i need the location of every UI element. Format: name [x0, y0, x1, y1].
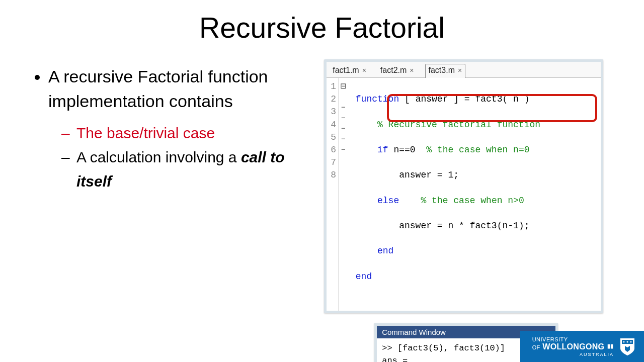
fold-marker — [340, 91, 347, 102]
line-num: 4 — [331, 119, 336, 131]
cmd-line: ans = — [382, 356, 408, 362]
close-icon[interactable]: × — [410, 66, 414, 74]
bullet-main: A recursive Factorial function implement… — [48, 64, 311, 114]
kw-if: if — [377, 145, 388, 155]
slide-content: A recursive Factorial function implement… — [0, 44, 644, 362]
tab-label: fact1.m — [333, 66, 359, 75]
text-column: A recursive Factorial function implement… — [30, 59, 311, 362]
code-text: [ answer ] = fact3( n ) — [399, 94, 529, 104]
comment: % Recursive factorial function — [377, 120, 540, 130]
university-logo: UNIVERSITY OF WOLLONGONG AUSTRALIA — [520, 331, 644, 362]
close-icon[interactable]: × — [458, 66, 462, 74]
svg-point-3 — [630, 341, 632, 343]
tab-fact3[interactable]: fact3.m × — [425, 64, 466, 78]
tab-fact1[interactable]: fact1.m × — [330, 64, 369, 77]
matlab-editor: fact1.m × fact2.m × fact3.m × 1 2 3 4 — [324, 59, 603, 313]
comment: % the case when n>0 — [421, 196, 524, 206]
line-gutter: 1 2 3 4 5 6 7 8 — [327, 78, 339, 311]
fold-marker — [340, 154, 347, 165]
svg-point-2 — [627, 341, 628, 343]
kw-end: end — [377, 246, 393, 256]
fold-marker: − — [340, 102, 347, 112]
line-num: 3 — [331, 106, 336, 118]
code-text: n==0 — [388, 145, 427, 155]
tab-fact2[interactable]: fact2.m × — [377, 64, 417, 77]
fold-column: ⊟ − − − − − — [339, 78, 348, 311]
fold-marker: − — [340, 112, 347, 123]
tab-label: fact3.m — [429, 66, 455, 75]
kw-end: end — [356, 272, 372, 282]
kw-function: function — [356, 94, 399, 104]
fold-marker: − — [340, 144, 347, 154]
bullet-base-case: The base/trivial case — [76, 121, 311, 145]
editor-tabbar: fact1.m × fact2.m × fact3.m × — [327, 62, 601, 78]
fold-marker: − — [340, 133, 347, 144]
fold-marker[interactable]: ⊟ — [340, 80, 347, 91]
kw-else: else — [377, 196, 399, 206]
line-num: 7 — [331, 156, 336, 169]
line-num: 6 — [331, 144, 336, 156]
book-icon — [607, 343, 614, 350]
close-icon[interactable]: × — [362, 66, 366, 74]
code-body[interactable]: function [ answer ] = fact3( n ) % Recur… — [348, 78, 543, 311]
tab-label: fact2.m — [380, 66, 407, 75]
shield-icon — [620, 338, 635, 356]
figures-column: fact1.m × fact2.m × fact3.m × 1 2 3 4 — [324, 59, 629, 362]
slide-title: Recursive Factorial — [0, 0, 644, 44]
bullet-self-call: A calculation involving a call to itself — [76, 145, 311, 194]
comment: % the case when n=0 — [426, 145, 529, 155]
line-num: 8 — [331, 169, 336, 182]
code-area: 1 2 3 4 5 6 7 8 ⊟ − − − − − — [327, 78, 601, 311]
line-num: 1 — [331, 80, 336, 93]
bullet-self-call-prefix: A calculation involving a — [76, 149, 241, 165]
fold-marker: − — [340, 123, 347, 133]
svg-point-1 — [623, 341, 625, 343]
code-text: answer = n * fact3(n-1); — [399, 221, 529, 231]
footer-line2: OF WOLLONGONG — [532, 343, 614, 351]
code-text — [399, 196, 421, 206]
line-num: 5 — [331, 131, 336, 144]
line-num: 2 — [331, 93, 336, 106]
cmd-line: >> [fact3(5), fact3(10)] — [382, 343, 505, 353]
code-text: answer = 1; — [399, 170, 459, 180]
footer-line3: AUSTRALIA — [532, 352, 614, 357]
